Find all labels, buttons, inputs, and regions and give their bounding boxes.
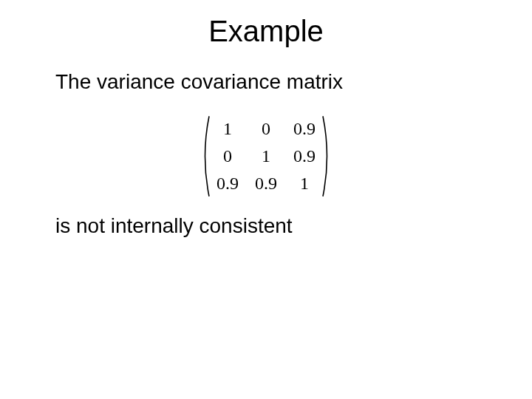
left-paren-icon: [200, 115, 211, 198]
matrix-cell: 1: [257, 146, 275, 166]
matrix-cell: 1: [219, 119, 236, 139]
matrix-cell: 0: [219, 146, 236, 166]
matrix-cell: 0.9: [216, 174, 239, 194]
matrix-cell: 0.9: [255, 174, 277, 194]
right-paren-icon: [321, 115, 332, 198]
matrix-cell: 0.9: [293, 119, 316, 139]
matrix-cell: 1: [296, 174, 313, 194]
matrix-cells: 1 0 0.9 0 1 0.9 0.9 0.9 1: [211, 115, 321, 198]
matrix: 1 0 0.9 0 1 0.9 0.9 0.9 1: [0, 115, 532, 198]
slide-title: Example: [0, 15, 532, 48]
body-line-1: The variance covariance matrix: [55, 70, 343, 94]
matrix-cell: 0: [257, 119, 275, 139]
matrix-cell: 0.9: [293, 146, 316, 166]
body-line-2: is not internally consistent: [55, 214, 293, 238]
slide: Example The variance covariance matrix 1…: [0, 0, 532, 399]
